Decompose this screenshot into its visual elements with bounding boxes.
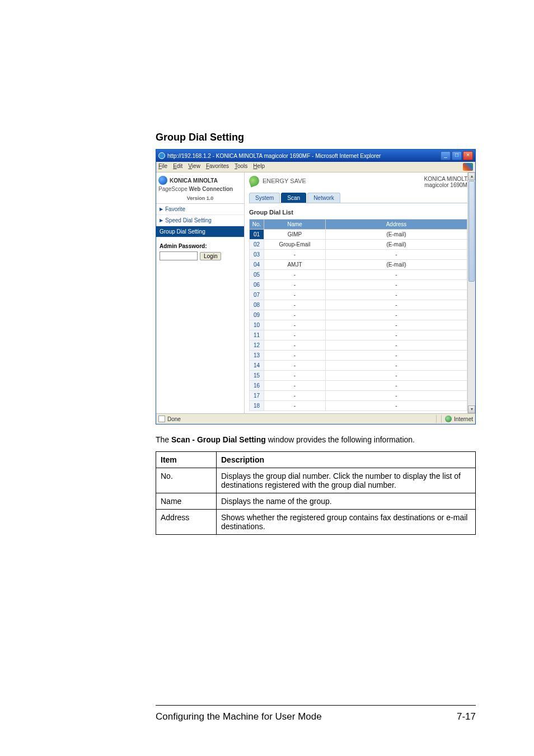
table-row: 16--	[250, 381, 467, 391]
page-icon	[158, 416, 165, 422]
col-no[interactable]: No.	[250, 220, 264, 230]
row-address: -	[326, 391, 467, 401]
device-brand-block: KONICA MINOLTA magicolor 1690MF	[424, 176, 471, 188]
col-address[interactable]: Address	[326, 220, 467, 230]
status-zone: Internet	[454, 416, 473, 422]
info-header-desc: Description	[217, 451, 476, 468]
login-button[interactable]: Login	[200, 252, 221, 260]
row-name: -	[264, 320, 326, 330]
vertical-scrollbar[interactable]: ▴ ▾	[467, 172, 475, 413]
row-number-link[interactable]: 18	[250, 401, 264, 411]
row-address: -	[326, 280, 467, 290]
footer-left: Configuring the Machine for User Mode	[156, 711, 322, 722]
window-title: http://192.168.1.2 - KONICA MINOLTA magi…	[167, 153, 381, 159]
table-row: 17--	[250, 391, 467, 401]
row-number-link[interactable]: 06	[250, 280, 264, 290]
row-number-link[interactable]: 04	[250, 260, 264, 270]
row-number-link[interactable]: 14	[250, 361, 264, 371]
version-label: Version 1.0	[156, 194, 244, 204]
row-number-link[interactable]: 15	[250, 371, 264, 381]
row-address: -	[326, 361, 467, 371]
menu-file[interactable]: File	[158, 163, 167, 171]
row-number-link[interactable]: 17	[250, 391, 264, 401]
sidebar-item-label: Favorite	[165, 206, 185, 212]
menu-view[interactable]: View	[188, 163, 200, 171]
row-address: -	[326, 340, 467, 351]
row-name: -	[264, 361, 326, 371]
sidebar-item-group-dial[interactable]: Group Dial Setting	[156, 226, 244, 237]
page-footer: Configuring the Machine for User Mode 7-…	[156, 711, 476, 722]
row-name: -	[264, 300, 326, 310]
row-number-link[interactable]: 08	[250, 300, 264, 310]
scroll-down-button[interactable]: ▾	[468, 405, 475, 413]
row-number-link[interactable]: 01	[250, 230, 264, 240]
tab-scan[interactable]: Scan	[281, 193, 306, 203]
list-heading: Group Dial List	[245, 207, 475, 218]
row-number-link[interactable]: 10	[250, 320, 264, 330]
row-name: -	[264, 280, 326, 290]
table-row: 07--	[250, 290, 467, 300]
row-name: AMJT	[264, 260, 326, 270]
brand-logo: KONICA MINOLTA	[156, 172, 244, 186]
browser-window: http://192.168.1.2 - KONICA MINOLTA magi…	[156, 149, 476, 424]
table-row: 04AMJT(E-mail)	[250, 260, 467, 270]
maximize-button[interactable]: □	[452, 151, 462, 160]
scroll-thumb[interactable]	[469, 181, 475, 282]
row-address: -	[326, 381, 467, 391]
admin-password-label: Admin Password:	[160, 243, 241, 249]
info-item: No.	[156, 468, 217, 493]
table-row: 12--	[250, 340, 467, 351]
table-row: 06--	[250, 280, 467, 290]
footer-rule	[156, 705, 476, 706]
scroll-up-button[interactable]: ▴	[468, 172, 475, 180]
tab-network[interactable]: Network	[307, 193, 340, 203]
menu-tools[interactable]: Tools	[235, 163, 247, 171]
admin-password-block: Admin Password: Login	[156, 237, 244, 266]
row-number-link[interactable]: 07	[250, 290, 264, 300]
table-row: 14--	[250, 361, 467, 371]
row-number-link[interactable]: 02	[250, 240, 264, 250]
row-number-link[interactable]: 09	[250, 310, 264, 320]
triangle-icon: ▶	[160, 218, 163, 223]
row-name: Group-Email	[264, 240, 326, 250]
row-name: GIMP	[264, 230, 326, 240]
table-row: 13--	[250, 351, 467, 361]
info-row: Address Shows whether the registered gro…	[156, 509, 476, 534]
sidebar-item-favorite[interactable]: ▶ Favorite	[156, 204, 244, 215]
table-row: 10--	[250, 320, 467, 330]
row-address: (E-mail)	[326, 230, 467, 240]
row-address: -	[326, 290, 467, 300]
ie-icon	[158, 152, 165, 159]
col-name[interactable]: Name	[264, 220, 326, 230]
menu-help[interactable]: Help	[253, 163, 265, 171]
group-dial-table: No. Name Address 01GIMP(E-mail)02Group-E…	[249, 219, 467, 411]
ie-throbber-icon	[463, 163, 473, 171]
info-header-item: Item	[156, 451, 217, 468]
row-number-link[interactable]: 11	[250, 330, 264, 340]
minimize-button[interactable]: _	[441, 151, 451, 160]
globe-icon	[158, 176, 167, 185]
menu-edit[interactable]: Edit	[173, 163, 182, 171]
row-number-link[interactable]: 03	[250, 250, 264, 260]
table-row: 03--	[250, 250, 467, 260]
row-address: (E-mail)	[326, 260, 467, 270]
device-brand: KONICA MINOLTA	[424, 176, 471, 182]
statusbar: Done Internet	[156, 413, 475, 424]
row-name: -	[264, 340, 326, 351]
row-name: -	[264, 381, 326, 391]
menu-favorites[interactable]: Favorites	[206, 163, 229, 171]
row-number-link[interactable]: 05	[250, 270, 264, 280]
admin-password-input[interactable]	[160, 251, 198, 260]
row-name: -	[264, 371, 326, 381]
window-titlebar: http://192.168.1.2 - KONICA MINOLTA magi…	[156, 150, 475, 162]
row-number-link[interactable]: 16	[250, 381, 264, 391]
tab-system[interactable]: System	[249, 193, 280, 203]
row-name: -	[264, 270, 326, 280]
row-number-link[interactable]: 12	[250, 340, 264, 351]
sidebar-item-speed-dial[interactable]: ▶ Speed Dial Setting	[156, 215, 244, 226]
row-address: -	[326, 351, 467, 361]
row-number-link[interactable]: 13	[250, 351, 264, 361]
info-desc: Displays the group dial number. Click th…	[217, 468, 476, 493]
energy-save-link[interactable]: ENERGY SAVE	[249, 176, 306, 186]
close-button[interactable]: ×	[463, 151, 473, 160]
